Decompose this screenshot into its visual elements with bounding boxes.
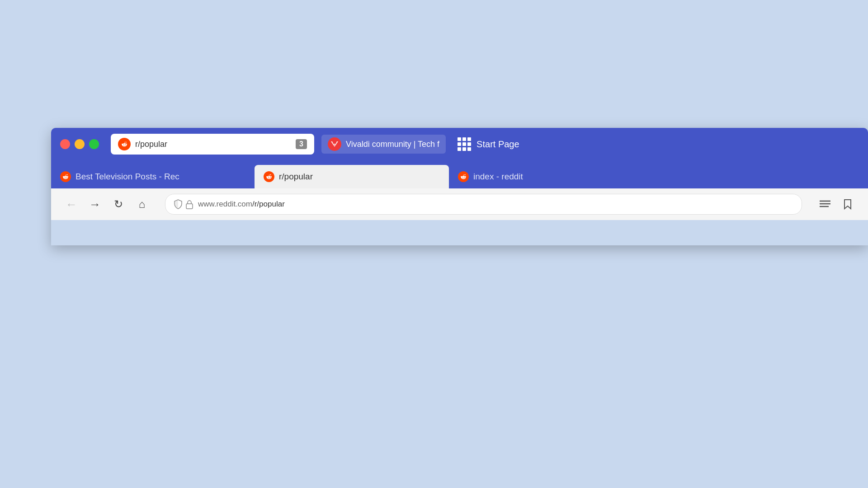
url-text: www.reddit.com/r/popular bbox=[198, 200, 285, 209]
maximize-button[interactable] bbox=[89, 139, 99, 149]
address-bar-favicon bbox=[118, 138, 131, 150]
address-bar-text: r/popular bbox=[135, 140, 291, 149]
close-button[interactable] bbox=[60, 139, 70, 149]
security-icons bbox=[174, 199, 193, 209]
tab-tv-favicon bbox=[60, 171, 71, 182]
url-path: /r/popular bbox=[252, 200, 285, 208]
traffic-lights bbox=[60, 139, 99, 149]
reader-mode-icon bbox=[820, 200, 830, 209]
tab-bar: Best Television Posts - Rec r/popular in… bbox=[51, 160, 868, 188]
lock-icon bbox=[185, 199, 193, 209]
reload-button[interactable]: ↻ bbox=[109, 195, 128, 214]
vivaldi-community-button[interactable]: Vivaldi community | Tech f bbox=[321, 135, 446, 154]
navigation-bar: ← → ↻ ⌂ www.re bbox=[51, 188, 868, 220]
tab-index-title: index - reddit bbox=[473, 172, 523, 182]
bookmark-button[interactable] bbox=[838, 195, 857, 214]
home-icon: ⌂ bbox=[139, 198, 146, 211]
title-bar: r/popular 3 Vivaldi community | Tech f S… bbox=[51, 128, 868, 160]
minimize-button[interactable] bbox=[75, 139, 85, 149]
tab-popular[interactable]: r/popular bbox=[255, 165, 449, 188]
url-bar[interactable]: www.reddit.com/r/popular bbox=[165, 194, 802, 215]
browser-window: r/popular 3 Vivaldi community | Tech f S… bbox=[51, 128, 868, 245]
bookmark-icon bbox=[844, 199, 852, 210]
grid-icon bbox=[458, 137, 471, 151]
start-page-label: Start Page bbox=[476, 139, 519, 150]
svg-rect-5 bbox=[186, 204, 193, 209]
start-page-button[interactable]: Start Page bbox=[458, 137, 519, 151]
tab-index-favicon bbox=[458, 171, 469, 182]
tab-index[interactable]: index - reddit bbox=[449, 165, 868, 188]
tab-popular-favicon bbox=[264, 171, 274, 182]
tab-count-badge: 3 bbox=[296, 139, 307, 149]
nav-right-icons bbox=[816, 195, 857, 214]
reader-mode-button[interactable] bbox=[816, 195, 835, 214]
back-button[interactable]: ← bbox=[62, 195, 81, 214]
active-tab-address-bar[interactable]: r/popular 3 bbox=[111, 134, 314, 155]
back-icon: ← bbox=[66, 197, 77, 211]
tab-popular-title: r/popular bbox=[279, 172, 313, 182]
shield-icon bbox=[174, 199, 183, 209]
forward-icon: → bbox=[89, 197, 101, 211]
home-button[interactable]: ⌂ bbox=[132, 195, 151, 214]
url-domain: www.reddit.com bbox=[198, 200, 252, 208]
tab-tv-title: Best Television Posts - Rec bbox=[75, 172, 179, 182]
reload-icon: ↻ bbox=[114, 198, 123, 211]
tab-tv[interactable]: Best Television Posts - Rec bbox=[51, 165, 255, 188]
forward-button[interactable]: → bbox=[85, 195, 104, 214]
vivaldi-community-label: Vivaldi community | Tech f bbox=[346, 140, 439, 149]
